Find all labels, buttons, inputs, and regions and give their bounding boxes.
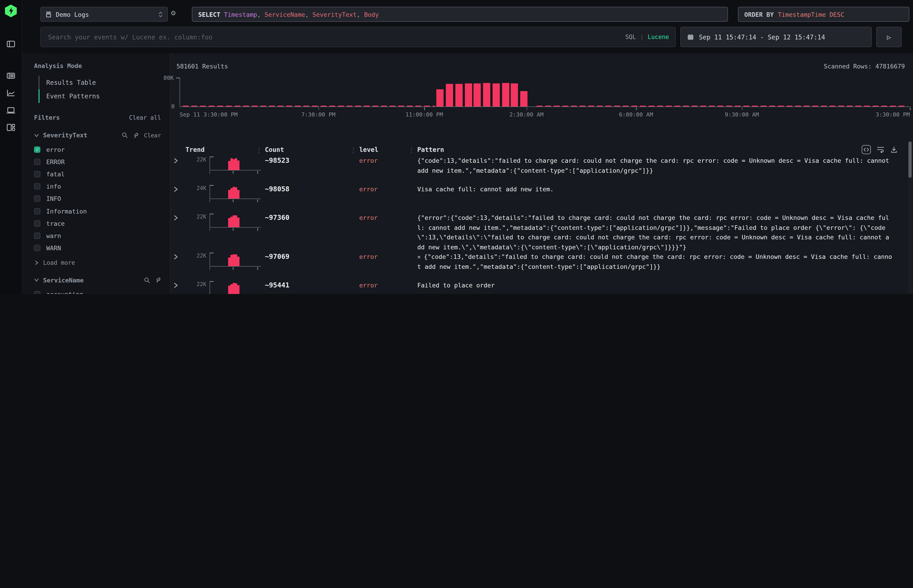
results-histogram[interactable]: 80K 0 [180, 78, 910, 107]
pattern-row[interactable]: 22K~98523error{"code":13,"details":"fail… [170, 156, 913, 184]
wrap-text-icon[interactable] [877, 146, 884, 153]
dismiss-icon[interactable]: × [417, 254, 421, 260]
pin-icon[interactable] [155, 277, 161, 283]
sparkline-plot [210, 213, 261, 228]
checkbox-unchecked[interactable] [34, 233, 40, 239]
x-axis-tick [636, 107, 637, 110]
pattern-row[interactable]: 22K~97360error{"error":{"code":13,"detai… [170, 213, 913, 252]
chart-explorer-icon[interactable] [6, 89, 15, 97]
histogram-bar[interactable] [455, 84, 463, 107]
table-toolbar [862, 145, 898, 154]
row-expand-chevron-icon[interactable] [173, 281, 186, 288]
query-field: Timestamp [224, 11, 257, 18]
analysis-mode-item-results-table[interactable]: Results Table [39, 76, 161, 89]
row-pattern[interactable]: Visa cache full: cannot add new item. [417, 184, 893, 194]
filter-option-label: trace [46, 220, 65, 227]
column-header-pattern[interactable]: Pattern [417, 146, 893, 153]
scrollbar-thumb[interactable] [908, 141, 911, 178]
column-header-level[interactable]: level [359, 146, 417, 153]
pattern-row[interactable]: 22K~97069error×{"code":13,"details":"fai… [170, 252, 913, 281]
sparkline-bar [231, 217, 233, 227]
code-icon[interactable] [862, 145, 871, 154]
histogram-bar[interactable] [511, 83, 518, 107]
download-icon[interactable] [890, 146, 898, 153]
row-pattern[interactable]: {"error":{"code":13,"details":"failed to… [417, 213, 893, 252]
order-by-input[interactable]: ORDER BY TimestampTime DESC [738, 7, 910, 22]
checkbox-unchecked[interactable] [34, 220, 40, 226]
filter-group-header[interactable]: ServiceName [34, 274, 161, 286]
search-logs-icon[interactable] [6, 71, 15, 80]
filter-option-error[interactable]: ERROR [34, 155, 161, 168]
sparkline-bar [238, 285, 240, 294]
sql-mode-toggle[interactable]: SQL [625, 34, 636, 40]
histogram-bar[interactable] [436, 89, 444, 107]
row-expand-chevron-icon[interactable] [173, 213, 186, 221]
sparkline-bar [235, 283, 238, 294]
x-axis-label: 11:00:00 PM [405, 111, 443, 118]
hyperdx-logo-icon[interactable] [5, 5, 17, 17]
filter-option-info[interactable]: INFO [34, 193, 161, 205]
select-caret-icon [158, 11, 163, 18]
checkbox-unchecked[interactable] [34, 195, 40, 202]
row-expand-chevron-icon[interactable] [173, 156, 186, 164]
search-input[interactable] [47, 33, 621, 41]
clear-all-filters-link[interactable]: Clear all [129, 114, 161, 121]
row-pattern[interactable]: {"code":13,"details":"failed to charge c… [417, 156, 893, 176]
pin-icon[interactable] [133, 132, 139, 138]
source-select[interactable]: Demo Logs [40, 7, 168, 22]
row-expand-chevron-icon[interactable] [173, 252, 186, 260]
checkbox-checked[interactable]: ✓ [34, 146, 40, 153]
mode-divider: | [640, 34, 644, 40]
histogram-bar[interactable] [520, 91, 528, 107]
filter-option-label: INFO [46, 195, 61, 202]
filter-group-header[interactable]: SeverityTextClear [34, 129, 161, 141]
search-icon[interactable] [144, 277, 150, 283]
checkbox-unchecked[interactable] [34, 171, 40, 177]
filter-option-information[interactable]: Information [34, 205, 161, 217]
checkbox-unchecked[interactable] [34, 291, 40, 294]
row-pattern[interactable]: Failed to place order [417, 281, 893, 291]
run-query-button[interactable]: ▷ [876, 27, 902, 47]
filter-option-error[interactable]: ✓error [34, 143, 161, 155]
column-header-count[interactable]: Count [265, 146, 359, 153]
sparkline-bar [235, 254, 238, 266]
load-more-link[interactable]: Load more [34, 257, 161, 270]
checkbox-unchecked[interactable] [34, 208, 40, 214]
column-header-trend[interactable]: Trend [186, 146, 265, 153]
pattern-row[interactable]: 22K~95441errorFailed to place order [170, 281, 913, 294]
search-icon[interactable] [122, 132, 128, 138]
vertical-scrollbar[interactable] [908, 141, 912, 294]
histogram-bar[interactable] [446, 84, 453, 107]
histogram-bar[interactable] [502, 83, 509, 107]
filter-option-fatal[interactable]: fatal [34, 168, 161, 180]
clear-filter-link[interactable]: Clear [144, 132, 161, 139]
filter-checkbox-list: ✓errorERRORfatalinfoINFOInformationtrace… [34, 143, 161, 254]
filter-checkbox-list: accountingadartillery-loadgencainjectorc… [34, 288, 161, 294]
select-query-input[interactable]: SELECT Timestamp, ServiceName, SeverityT… [192, 7, 728, 22]
checkbox-unchecked[interactable] [34, 183, 40, 189]
filter-option-trace[interactable]: trace [34, 217, 161, 229]
row-expand-chevron-icon[interactable] [173, 184, 186, 192]
histogram-bar[interactable] [483, 83, 490, 107]
checkbox-unchecked[interactable] [34, 245, 40, 251]
filter-option-warn[interactable]: warn [34, 229, 161, 242]
gear-icon[interactable]: ⚙ [171, 9, 176, 17]
histogram-bar[interactable] [492, 83, 500, 107]
histogram-bar[interactable] [474, 83, 481, 107]
pattern-row[interactable]: 24K~98058errorVisa cache full: cannot ad… [170, 184, 913, 213]
lucene-mode-toggle[interactable]: Lucene [648, 34, 669, 40]
date-range-picker[interactable]: Sep 11 15:47:14 - Sep 12 15:47:14 [680, 27, 872, 47]
sparkline-bar [233, 215, 235, 227]
row-pattern[interactable]: ×{"code":13,"details":"failed to charge … [417, 252, 893, 271]
sidebar-toggle-icon[interactable] [6, 39, 15, 48]
filter-option-info[interactable]: info [34, 180, 161, 192]
histogram-low-values [183, 106, 435, 107]
checkbox-unchecked[interactable] [34, 159, 40, 165]
dashboards-icon[interactable] [6, 123, 15, 132]
histogram-bar[interactable] [465, 83, 472, 107]
analysis-mode-item-event-patterns[interactable]: Event Patterns [39, 89, 161, 103]
sessions-icon[interactable] [6, 106, 15, 115]
chevron-down-icon [34, 278, 39, 283]
filter-option-accounting[interactable]: accounting [34, 288, 161, 294]
filter-option-warn[interactable]: WARN [34, 242, 161, 254]
